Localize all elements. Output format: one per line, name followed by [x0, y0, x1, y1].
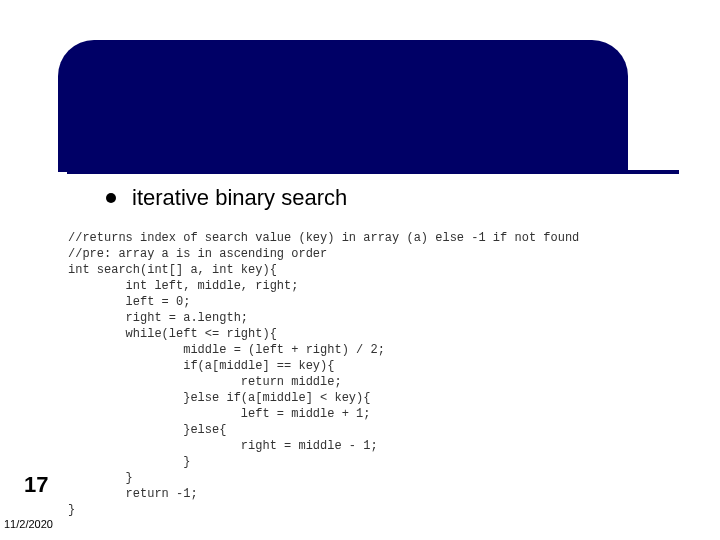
code-block: //returns index of search value (key) in… — [68, 230, 708, 518]
footer-date: 11/2/2020 — [4, 518, 53, 530]
bullet-text: iterative binary search — [132, 186, 347, 210]
header-banner — [58, 40, 628, 172]
slide: iterative binary search //returns index … — [0, 0, 720, 540]
header-divider — [67, 170, 679, 174]
bullet-dot-icon — [106, 193, 116, 203]
bullet-item: iterative binary search — [106, 186, 347, 210]
page-number: 17 — [24, 472, 48, 498]
